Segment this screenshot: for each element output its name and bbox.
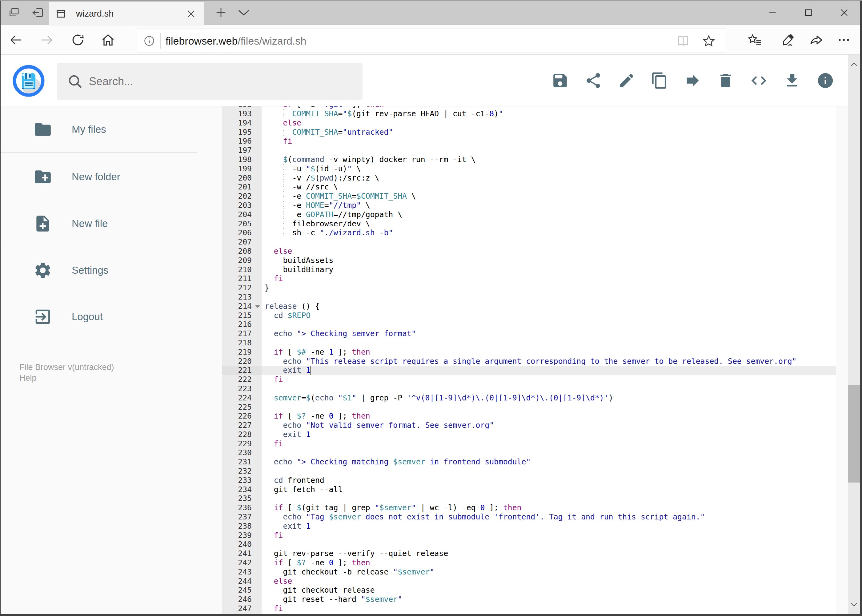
code-line[interactable]: git rev-parse --verify --quiet release — [262, 549, 836, 558]
code-line[interactable]: -w //src \ — [262, 182, 836, 192]
code-line[interactable]: if [ $# -ne 1 ]; then — [262, 347, 836, 357]
help-link[interactable]: Help — [19, 373, 114, 383]
tab-close-icon[interactable] — [186, 2, 196, 25]
maximize-icon[interactable] — [793, 0, 824, 25]
gutter-line-number[interactable]: 224 — [222, 393, 262, 402]
code-line[interactable] — [262, 320, 836, 329]
fold-widget-icon[interactable] — [255, 305, 260, 308]
gutter-line-number[interactable]: 201 — [222, 182, 262, 192]
close-icon[interactable] — [828, 0, 860, 25]
code-line[interactable]: $(command -v winpty) docker run --rm -it… — [262, 155, 836, 164]
code-line[interactable]: else — [262, 577, 836, 586]
scrollbar-chevron-up-icon[interactable] — [848, 58, 860, 71]
gutter-line-number[interactable]: 227 — [222, 421, 262, 430]
gutter-line-number[interactable]: 221 — [222, 366, 262, 375]
sidebar-item-new-folder[interactable]: New folder — [0, 162, 197, 192]
gutter-line-number[interactable]: 197 — [222, 146, 262, 155]
search-box[interactable]: Search... — [57, 63, 362, 100]
gutter-line-number[interactable]: 204 — [222, 210, 262, 219]
gutter-line-number[interactable]: 195 — [222, 127, 262, 137]
gutter-line-number[interactable]: 245 — [222, 586, 262, 595]
code-line[interactable]: exit 1 — [262, 366, 836, 375]
code-line[interactable]: buildAssets — [262, 256, 836, 265]
gutter-line-number[interactable]: 196 — [222, 137, 262, 146]
ellipsis-menu-icon[interactable] — [832, 26, 856, 54]
gutter-line-number[interactable]: 193 — [222, 109, 262, 118]
share-arrow-icon[interactable] — [804, 26, 829, 54]
gutter-line-number[interactable]: 198 — [222, 155, 262, 164]
code-line[interactable]: sh -c "./wizard.sh -b" — [262, 228, 836, 237]
code-line[interactable]: git reset --hard "$semver" — [262, 595, 836, 604]
gutter-line-number[interactable]: 205 — [222, 219, 262, 228]
gutter-line-number[interactable]: 229 — [222, 439, 262, 448]
code-line[interactable]: if [ -d ".git" ]; then — [262, 107, 836, 109]
code-line[interactable]: echo "> Checking semver format" — [262, 329, 836, 338]
code-line[interactable] — [262, 467, 836, 476]
code-editor[interactable]: 1921931941951961971981992002012022032042… — [222, 107, 836, 614]
code-line[interactable]: } — [262, 283, 836, 292]
url-text[interactable]: filebrowser.web/files/wizard.sh — [165, 29, 306, 53]
gutter-line-number[interactable]: 219 — [222, 347, 262, 357]
save-button[interactable] — [551, 72, 569, 90]
gutter-line-number[interactable]: 225 — [222, 402, 262, 412]
gutter-line-number[interactable]: 192 — [222, 107, 262, 109]
gutter-line-number[interactable]: 210 — [222, 265, 262, 274]
code-line[interactable]: git checkout -b release "$semver" — [262, 567, 836, 577]
gutter-line-number[interactable]: 214 — [222, 302, 262, 311]
code-line[interactable]: echo "> Checking matching $semver in fro… — [262, 457, 836, 467]
refresh-icon[interactable] — [67, 26, 89, 54]
gutter-line-number[interactable]: 226 — [222, 412, 262, 421]
code-line[interactable] — [262, 237, 836, 247]
code-line[interactable]: else — [262, 118, 836, 127]
share-button[interactable] — [585, 72, 602, 90]
code-line[interactable]: COMMIT_SHA="$(git rev-parse HEAD | cut -… — [262, 109, 836, 118]
gutter-line-number[interactable]: 242 — [222, 558, 262, 567]
code-line[interactable]: filebrowser/dev \ — [262, 219, 836, 228]
gutter-line-number[interactable]: 209 — [222, 256, 262, 265]
file-browser-logo[interactable] — [13, 65, 45, 97]
gutter-line-number[interactable]: 234 — [222, 485, 262, 494]
gutter-line-number[interactable]: 231 — [222, 457, 262, 467]
code-line[interactable]: fi — [262, 274, 836, 283]
code-line[interactable]: if [ $? -ne 0 ]; then — [262, 558, 836, 567]
code-line[interactable] — [262, 540, 836, 549]
gutter-line-number[interactable]: 194 — [222, 118, 262, 127]
gutter-line-number[interactable]: 208 — [222, 247, 262, 256]
gutter-line-number[interactable]: 203 — [222, 201, 262, 210]
code-line[interactable]: echo "Not valid semver format. See semve… — [262, 421, 836, 430]
minimize-icon[interactable] — [756, 0, 788, 25]
code-line[interactable] — [262, 338, 836, 347]
code-line[interactable] — [262, 402, 836, 412]
gutter-line-number[interactable]: 241 — [222, 549, 262, 558]
gutter-line-number[interactable]: 247 — [222, 604, 262, 613]
sidebar-item-new-file[interactable]: New file — [0, 209, 197, 238]
code-line[interactable]: -e COMMIT_SHA=$COMMIT_SHA \ — [262, 192, 836, 201]
copy-button[interactable] — [651, 72, 668, 90]
code-line[interactable]: -v /$(pwd):/src:z \ — [262, 173, 836, 183]
code-line[interactable]: cd $REPO — [262, 311, 836, 320]
code-line[interactable]: semver=$(echo "$1" | grep -P '^v(0|[1-9]… — [262, 393, 836, 402]
code-line[interactable]: fi — [262, 439, 836, 448]
gutter-line-number[interactable]: 235 — [222, 494, 262, 503]
gutter-line-number[interactable]: 223 — [222, 384, 262, 393]
code-line[interactable]: release () { — [262, 302, 836, 311]
delete-button[interactable] — [717, 72, 734, 90]
code-line[interactable]: -e GOPATH=//tmp/gopath \ — [262, 210, 836, 219]
code-line[interactable]: buildBinary — [262, 265, 836, 274]
gutter-line-number[interactable]: 217 — [222, 329, 262, 338]
gutter-line-number[interactable]: 239 — [222, 531, 262, 540]
code-line[interactable]: cd frontend — [262, 476, 836, 485]
page-scrollbar[interactable] — [848, 55, 860, 614]
info-button[interactable] — [816, 72, 834, 90]
code-line[interactable]: fi — [262, 531, 836, 540]
gutter-line-number[interactable]: 206 — [222, 228, 262, 237]
forward-arrow-icon[interactable] — [36, 26, 58, 54]
code-line[interactable]: exit 1 — [262, 522, 836, 531]
gutter-line-number[interactable]: 236 — [222, 503, 262, 512]
scrollbar-thumb[interactable] — [848, 385, 860, 482]
code-line[interactable]: fi — [262, 137, 836, 146]
gutter-line-number[interactable]: 228 — [222, 430, 262, 439]
sidebar-item-settings[interactable]: Settings — [0, 256, 197, 285]
code-line[interactable]: fi — [262, 375, 836, 384]
favorite-star-icon[interactable] — [702, 29, 715, 53]
